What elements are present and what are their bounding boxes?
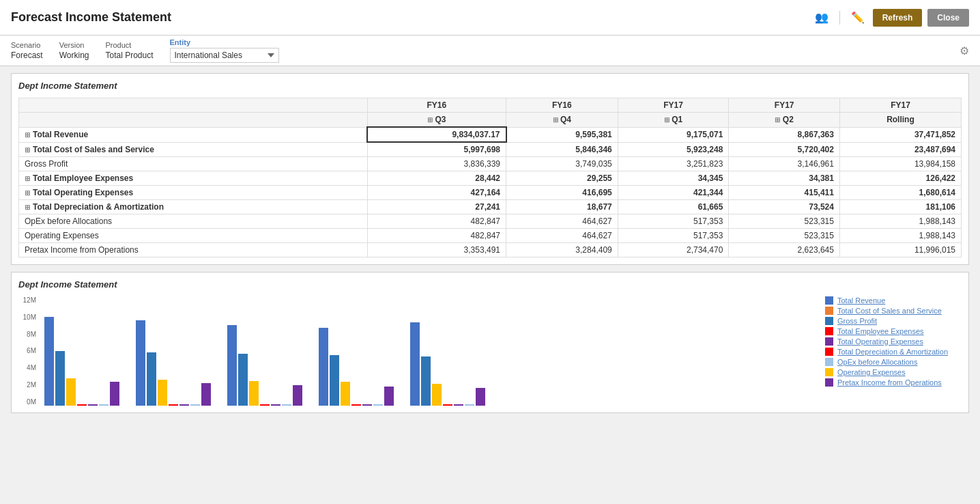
scenario-value: Forecast [11, 51, 43, 60]
cell-value: 18,677 [506, 200, 618, 214]
table-row: ⊞Total Employee Expenses28,44229,25534,3… [19, 171, 962, 186]
scenario-label: Scenario [11, 41, 43, 49]
close-button[interactable]: Close [927, 9, 969, 27]
legend-color [825, 307, 833, 315]
chart-section: Dept Income Statement 12M10M8M6M4M2M0M T… [11, 272, 969, 413]
bar [249, 381, 259, 406]
y-axis-label: 12M [18, 296, 36, 304]
bar [147, 352, 156, 406]
cell-value: 5,997,698 [367, 142, 506, 157]
col-fy17-q1-year: FY17 [618, 98, 729, 113]
bar [136, 320, 145, 406]
cell-value: 5,720,402 [729, 142, 840, 157]
income-statement-table: FY16 FY16 FY17 FY17 FY17 ⊞ Q3 ⊞ Q4 ⊞ Q1 … [18, 98, 962, 257]
cell-value: 464,627 [506, 214, 618, 229]
settings-icon[interactable]: ⚙ [960, 44, 969, 57]
product-label: Product [105, 41, 153, 49]
expand-icon[interactable]: ⊞ [25, 131, 30, 139]
legend-label[interactable]: OpEx before Allocations [837, 358, 917, 366]
filter-bar: Scenario Forecast Version Working Produc… [0, 36, 980, 66]
bar [88, 404, 98, 406]
legend-label[interactable]: Pretax Income from Operations [837, 378, 942, 387]
bar [293, 385, 302, 406]
chart-legend: Total RevenueTotal Cost of Sales and Ser… [811, 296, 962, 389]
cell-value: 126,422 [839, 171, 961, 186]
users-icon[interactable]: 👥 [812, 8, 831, 27]
edit-icon[interactable]: ✏️ [848, 8, 867, 27]
col-q2: ⊞ Q2 [729, 113, 840, 128]
col-fy16-q4-year: FY16 [506, 98, 618, 113]
cell-value: 482,847 [367, 214, 506, 229]
legend-color [825, 368, 833, 376]
table-row: Gross Profit3,836,3393,749,0353,251,8233… [19, 157, 962, 171]
cell-value: 37,471,852 [839, 127, 961, 142]
cell-value: 3,284,409 [506, 243, 618, 257]
bar [66, 378, 76, 406]
legend-color [825, 317, 833, 325]
refresh-button[interactable]: Refresh [873, 9, 923, 27]
bar [158, 380, 167, 406]
legend-label[interactable]: Operating Expenses [837, 368, 906, 376]
legend-item: Gross Profit [825, 317, 962, 325]
bar [179, 404, 189, 406]
cell-value: 2,623,645 [729, 243, 840, 257]
cell-value: 523,315 [729, 229, 840, 243]
expand-icon[interactable]: ⊞ [25, 204, 30, 211]
row-label: ⊞Total Depreciation & Amortization [19, 200, 368, 214]
version-value: Working [59, 51, 89, 60]
legend-label[interactable]: Total Employee Expenses [837, 327, 924, 335]
cell-value: 5,923,248 [618, 142, 729, 157]
col-q1: ⊞ Q1 [618, 113, 729, 128]
col-rolling: Rolling [839, 113, 961, 128]
expand-icon[interactable]: ⊞ [25, 175, 30, 182]
legend-item: OpEx before Allocations [825, 358, 962, 366]
legend-label[interactable]: Gross Profit [837, 317, 877, 325]
entity-select[interactable]: International Sales Total Entity Domesti… [170, 48, 279, 63]
table-row: OpEx before Allocations482,847464,627517… [19, 214, 962, 229]
entity-filter: Entity International Sales Total Entity … [170, 38, 279, 63]
cell-value: 2,734,470 [618, 243, 729, 257]
legend-label[interactable]: Total Revenue [837, 296, 885, 305]
cell-value: 416,695 [506, 186, 618, 200]
bar [238, 354, 248, 406]
bar [227, 325, 237, 406]
product-filter: Product Total Product [105, 41, 153, 60]
col-fy17-q2-year: FY17 [729, 98, 840, 113]
cell-value: 3,836,339 [367, 157, 506, 171]
legend-item: Total Cost of Sales and Service [825, 307, 962, 315]
legend-item: Total Employee Expenses [825, 327, 962, 335]
cell-value: 421,344 [618, 186, 729, 200]
cell-value: 5,846,346 [506, 142, 618, 157]
row-label: ⊞Total Employee Expenses [19, 171, 368, 186]
cell-value: 34,381 [729, 171, 840, 186]
scenario-filter: Scenario Forecast [11, 41, 43, 60]
table-row: Operating Expenses482,847464,627517,3535… [19, 229, 962, 243]
cell-value: 3,146,961 [729, 157, 840, 171]
bar-group [410, 322, 485, 406]
cell-value: 482,847 [367, 229, 506, 243]
legend-color [825, 337, 833, 346]
bar [110, 382, 119, 406]
row-label: ⊞Total Revenue [19, 127, 368, 142]
row-label: ⊞Total Operating Expenses [19, 186, 368, 200]
legend-label[interactable]: Total Operating Expenses [837, 337, 923, 346]
bar [169, 404, 178, 406]
expand-icon[interactable]: ⊞ [25, 146, 30, 154]
bar [330, 355, 339, 406]
cell-value: 3,353,491 [367, 243, 506, 257]
expand-icon[interactable]: ⊞ [25, 189, 30, 197]
bar [421, 356, 431, 406]
legend-label[interactable]: Total Depreciation & Amortization [837, 348, 948, 356]
bar [341, 382, 350, 406]
bar [373, 404, 383, 406]
cell-value: 415,411 [729, 186, 840, 200]
cell-value: 464,627 [506, 229, 618, 243]
cell-value: 13,984,158 [839, 157, 961, 171]
page-title: Forecast Income Statement [11, 10, 171, 25]
cell-value: 181,106 [839, 200, 961, 214]
cell-value: 34,345 [618, 171, 729, 186]
table-row: Pretax Income from Operations3,353,4913,… [19, 243, 962, 257]
cell-value: 23,487,694 [839, 142, 961, 157]
cell-value: 61,665 [618, 200, 729, 214]
legend-label[interactable]: Total Cost of Sales and Service [837, 307, 942, 315]
